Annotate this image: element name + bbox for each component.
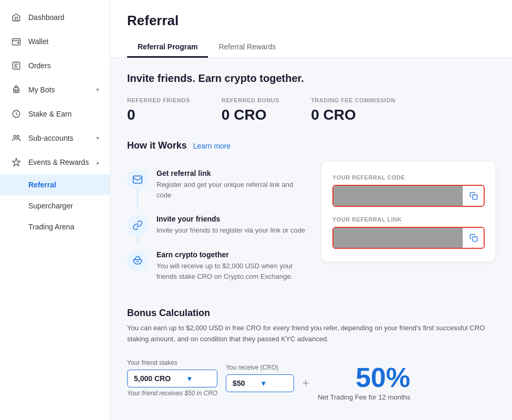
sidebar-item-referral[interactable]: Referral [0,174,110,195]
stat-referred-friends: REFERRED FRIENDS 0 [127,97,190,123]
sidebar-item-dashboard[interactable]: Dashboard [0,5,110,29]
stat-label-referred-bonus: REFERRED BONUS [222,97,279,103]
stat-trading-fee: TRADING FEE COMMISSION 0 CRO [311,97,395,123]
stake-icon [11,108,22,120]
friend-stakes-label: Your friend stakes [127,359,217,366]
svg-rect-0 [13,39,20,45]
sidebar-item-sub-accounts[interactable]: Sub-accounts ▾ [0,126,110,150]
sidebar-label-stake: Stake & Earn [28,110,72,118]
svg-point-5 [17,90,18,91]
section-title-how-it-works: How it Works [127,140,187,151]
bonus-calc-row: Your friend stakes 5,000 CRO ▾ Your frie… [127,355,495,401]
svg-rect-10 [473,195,477,200]
svg-rect-11 [473,237,477,242]
svg-point-4 [15,90,16,91]
step-desc-3: You will receive up to $2,000 USD when y… [156,261,309,281]
sidebar-label-sub-accounts: Sub-accounts [28,134,74,142]
copy-code-button[interactable] [463,186,484,206]
sidebar-label-supercharger: Supercharger [28,202,73,210]
events-icon [11,156,22,168]
tabs: Referral Program Referral Rewards [127,37,495,57]
bonus-desc: You can earn up to $2,000 USD in free CR… [127,323,495,345]
step-title-3: Earn crypto together [156,250,309,259]
page-title: Referral [127,13,495,29]
stat-value-referred-friends: 0 [127,107,190,123]
step-get-referral-link: Get referral link Register and get your … [127,162,309,207]
stats-row: REFERRED FRIENDS 0 REFERRED BONUS 0 CRO … [127,97,495,123]
sidebar-item-supercharger[interactable]: Supercharger [0,195,110,216]
step-desc-2: Invite your friends to register via your… [156,225,305,236]
stat-label-referred-friends: REFERRED FRIENDS [127,97,190,103]
you-receive-label: You receive (CRO) [226,364,294,371]
you-receive-value: $50 [233,379,245,387]
copy-link-button[interactable] [463,228,484,248]
friend-stakes-group: Your friend stakes 5,000 CRO ▾ Your frie… [127,359,217,397]
sidebar-item-orders[interactable]: Orders [0,54,110,78]
step-invite-friends: Invite your friends Invite your friends … [127,207,309,243]
sidebar-item-wallet[interactable]: Wallet [0,29,110,54]
sidebar-label-orders: Orders [28,61,51,70]
bonus-calculation-section: Bonus Calculation You can earn up to $2,… [127,308,495,401]
steps: Get referral link Register and get your … [127,162,309,289]
referral-code-input[interactable] [333,186,463,206]
svg-point-1 [18,42,19,43]
svg-point-7 [14,135,16,138]
referral-link-field: YOUR REFERRAL LINK [332,216,485,249]
tab-referral-rewards[interactable]: Referral Rewards [208,37,286,58]
learn-more-link[interactable]: Learn more [193,142,231,150]
bots-icon [11,84,22,96]
sidebar-item-trading-arena[interactable]: Trading Arena [0,216,110,237]
stat-value-trading-fee: 0 CRO [311,107,395,123]
chevron-down-icon: ▾ [187,374,191,383]
hands-money-icon [127,250,148,271]
page-header: Referral Referral Program Referral Rewar… [110,0,512,58]
step-title-2: Invite your friends [156,215,305,223]
svg-rect-9 [133,176,142,183]
sidebar-label-referral: Referral [28,181,56,189]
stat-label-trading-fee: TRADING FEE COMMISSION [311,97,395,103]
step-earn-crypto: Earn crypto together You will receive up… [127,243,309,289]
step-title-1: Get referral link [156,169,309,177]
bonus-title: Bonus Calculation [127,308,495,319]
orders-icon [11,60,22,71]
envelope-icon [127,169,148,190]
you-receive-dropdown[interactable]: $50 ▾ [226,374,294,392]
link-icon [127,215,148,236]
chevron-down-icon: ▾ [96,86,99,93]
sidebar-label-trading-arena: Trading Arena [28,223,74,231]
invite-heading: Invite friends. Earn crypto together. [127,72,495,85]
bonus-percent-value: 50% [318,364,410,391]
step-desc-1: Register and get your unique referral li… [156,180,309,200]
referral-code-field: YOUR REFERRAL CODE [332,174,485,207]
chevron-down-icon: ▾ [96,134,99,142]
sidebar-label-wallet: Wallet [28,37,48,46]
referral-code-label: YOUR REFERRAL CODE [332,174,485,181]
section-header-how-it-works: How it Works Learn more [127,140,495,151]
friend-stakes-dropdown[interactable]: 5,000 CRO ▾ [127,370,217,387]
bonus-percent-group: 50% Net Trading Fee for 12 months [318,364,410,401]
friend-stakes-value: 5,000 CRO [134,374,171,383]
page-content: Invite friends. Earn crypto together. RE… [110,58,512,416]
chevron-up-icon: ▴ [96,159,99,166]
svg-point-8 [17,135,19,138]
referral-code-box: YOUR REFERRAL CODE YOUR REFERRAL LINK [322,162,495,261]
chevron-down-icon-2: ▾ [262,379,265,387]
home-icon [11,12,22,23]
friend-receives-text: Your friend receives $50 in CRO [127,390,217,397]
subaccounts-icon [11,132,22,144]
sidebar-label-events: Events & Rewards [28,158,89,166]
sidebar: Dashboard Wallet Orders [0,0,110,420]
wallet-icon [11,36,22,47]
sidebar-item-my-bots[interactable]: My Bots ▾ [0,78,110,102]
sidebar-item-stake-earn[interactable]: Stake & Earn [0,102,110,126]
you-receive-group: You receive (CRO) $50 ▾ [226,364,294,392]
stat-value-referred-bonus: 0 CRO [222,107,279,123]
plus-sign: + [302,376,309,390]
referral-link-input-wrapper [332,227,485,249]
referral-link-input[interactable] [333,228,463,248]
bonus-percent-note: Net Trading Fee for 12 months [318,393,410,401]
sidebar-item-events-rewards[interactable]: Events & Rewards ▴ [0,150,110,174]
tab-referral-program[interactable]: Referral Program [127,37,208,58]
sidebar-label-my-bots: My Bots [28,86,55,94]
main-content: Referral Referral Program Referral Rewar… [110,0,512,420]
